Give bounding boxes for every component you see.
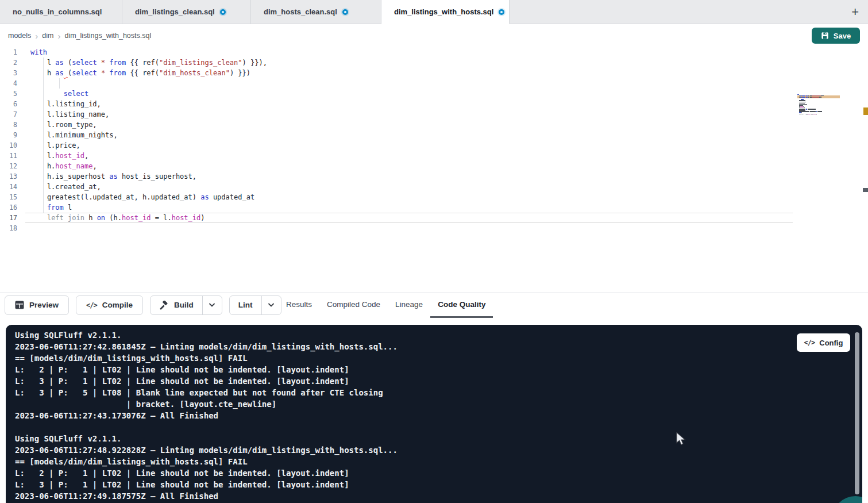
tab-bar-filler: + [510, 0, 868, 24]
code-line-13[interactable]: 13 h.is_superhost as host_is_superhost, [0, 171, 793, 182]
code-line-11[interactable]: 11 l.host_id, [0, 151, 793, 161]
preview-button[interactable]: Preview [5, 295, 69, 315]
line-number: 5 [0, 89, 17, 99]
code-text: l as (select * from {{ ref("dim_listings… [30, 57, 267, 68]
line-number: 4 [0, 78, 17, 89]
code-line-1[interactable]: 1with [0, 47, 793, 57]
breadcrumb-segment[interactable]: dim [42, 32, 53, 40]
line-number: 3 [0, 68, 17, 78]
code-line-2[interactable]: 2 l as (select * from {{ ref("dim_listin… [0, 57, 793, 68]
chevron-right-icon: › [53, 31, 64, 41]
dbt-ide-window: no_nulls_in_columns.sqldim_listings_clea… [0, 0, 868, 503]
code-line-14[interactable]: 14 l.created_at, [0, 182, 793, 192]
code-text: greatest(l.updated_at, h.updated_at) as … [30, 192, 254, 202]
tab-label: dim_listings_clean.sql [135, 7, 215, 16]
action-toolbar: Preview</>CompileBuildLint ResultsCompil… [0, 292, 868, 317]
table-icon [15, 301, 24, 309]
save-label: Save [834, 32, 851, 40]
help-bubble-button[interactable] [832, 496, 862, 503]
terminal-output: Using SQLFluff v2.1.1. 2023-06-06T11:27:… [15, 329, 398, 502]
line-number: 18 [0, 223, 17, 233]
unsaved-changes-icon [220, 9, 226, 15]
code-text: select [30, 89, 88, 99]
build-button[interactable]: Build [151, 296, 202, 314]
code-editor[interactable]: 1with2 l as (select * from {{ ref("dim_l… [0, 47, 868, 292]
code-line-15[interactable]: 15 greatest(l.updated_at, h.updated_at) … [0, 192, 793, 202]
tab-label: dim_hosts_clean.sql [264, 7, 337, 16]
code-line-9[interactable]: 9 l.minimum_nights, [0, 130, 793, 140]
breadcrumb: models›dim›dim_listings_with_hosts.sql [8, 31, 151, 41]
tab-label: no_nulls_in_columns.sql [13, 7, 102, 16]
breadcrumb-segment[interactable]: dim_listings_with_hosts.sql [64, 32, 151, 40]
hammer-icon [159, 301, 169, 310]
overview-ruler-position-marker[interactable] [863, 188, 868, 192]
editor-tab-dim_listings_clean[interactable]: dim_listings_clean.sql [122, 0, 251, 24]
tab-label: dim_listings_with_hosts.sql [394, 7, 493, 16]
compile-label: Compile [102, 301, 133, 309]
terminal-scrollbar[interactable] [855, 332, 859, 494]
config-label: Config [819, 339, 843, 347]
line-number: 13 [0, 171, 17, 182]
code-line-6[interactable]: 6 l.listing_id, [0, 99, 793, 109]
new-tab-button[interactable]: + [851, 6, 859, 18]
lint-button[interactable]: Lint [230, 296, 261, 314]
minimap[interactable] [797, 94, 840, 163]
chevron-down-icon [209, 303, 215, 308]
chevron-down-icon [268, 303, 275, 308]
lint-dropdown-button[interactable] [261, 296, 281, 314]
code-text: l.listing_name, [30, 109, 109, 120]
line-number: 15 [0, 192, 17, 202]
code-line-5[interactable]: 5 select [0, 89, 793, 99]
preview-label: Preview [29, 301, 59, 309]
overview-ruler-warning-marker [863, 107, 868, 115]
tab-compiled-code[interactable]: Compiled Code [319, 293, 388, 318]
code-line-4[interactable]: 4 [0, 78, 793, 89]
line-number: 1 [0, 47, 17, 57]
line-number: 11 [0, 151, 17, 161]
terminal-panel: Using SQLFluff v2.1.1. 2023-06-06T11:27:… [6, 325, 862, 503]
line-number: 17 [0, 213, 17, 223]
line-number: 14 [0, 182, 17, 192]
code-line-12[interactable]: 12 h.host_name, [0, 161, 793, 171]
lint-split-button: Lint [229, 295, 281, 315]
line-number: 7 [0, 109, 17, 120]
save-button[interactable]: Save [812, 28, 860, 44]
editor-tab-dim_hosts_clean[interactable]: dim_hosts_clean.sql [251, 0, 381, 24]
code-line-7[interactable]: 7 l.listing_name, [0, 109, 793, 120]
code-text: l.price, [30, 140, 80, 151]
lint-label: Lint [238, 301, 253, 309]
tab-code-quality[interactable]: Code Quality [430, 293, 493, 318]
code-line-8[interactable]: 8 l.room_type, [0, 120, 793, 130]
code-text: with [30, 47, 47, 57]
line-number: 2 [0, 57, 17, 68]
chevron-right-icon: › [31, 31, 42, 41]
code-line-3[interactable]: 3 h as (select * from {{ ref("dim_hosts_… [0, 68, 793, 78]
editor-tab-dim_listings_with_hosts[interactable]: dim_listings_with_hosts.sql [381, 0, 510, 24]
line-number: 9 [0, 130, 17, 140]
build-dropdown-button[interactable] [202, 296, 222, 314]
result-tab-group: ResultsCompiled CodeLineageCode Quality [279, 293, 493, 318]
compile-button[interactable]: </>Compile [76, 295, 143, 315]
code-text: from l [30, 202, 72, 213]
code-line-17[interactable]: 17 left join h on (h.host_id = l.host_id… [0, 213, 793, 223]
breadcrumb-segment[interactable]: models [8, 32, 31, 40]
code-line-16[interactable]: 16 from l [0, 202, 793, 213]
tab-lineage[interactable]: Lineage [388, 293, 430, 318]
line-number: 8 [0, 120, 17, 130]
config-button[interactable]: </> Config [797, 333, 850, 352]
code-text: h as (select * from {{ ref("dim_hosts_cl… [30, 68, 250, 78]
tab-results[interactable]: Results [279, 293, 319, 318]
unsaved-changes-icon [499, 9, 504, 15]
code-icon: </> [804, 339, 815, 347]
code-line-10[interactable]: 10 l.price, [0, 140, 793, 151]
code-line-18[interactable]: 18 [0, 223, 793, 233]
code-text: l.listing_id, [30, 99, 101, 109]
line-number: 6 [0, 99, 17, 109]
code-text: h.host_name, [30, 161, 97, 171]
tab-bar: no_nulls_in_columns.sqldim_listings_clea… [0, 0, 868, 24]
line-number: 10 [0, 140, 17, 151]
code-text: h.is_superhost as host_is_superhost, [30, 171, 196, 182]
build-label: Build [174, 301, 194, 309]
editor-tab-no_nulls_in_columns[interactable]: no_nulls_in_columns.sql [0, 0, 122, 24]
line-number: 12 [0, 161, 17, 171]
